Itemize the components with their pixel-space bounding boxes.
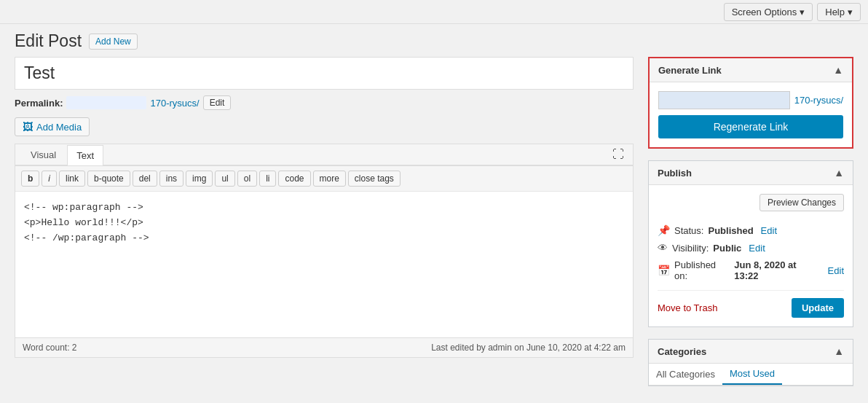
generate-link-toggle[interactable]: ▲	[833, 64, 843, 76]
categories-title: Categories	[658, 346, 706, 357]
permalink-row: Permalink: 170-rysucs/ Edit	[15, 95, 634, 110]
generate-link-panel: Generate Link ▲ 170-rysucs/ Regenerate L…	[648, 57, 853, 149]
generate-link-title: Generate Link	[658, 65, 722, 76]
ol-button[interactable]: ol	[237, 171, 257, 187]
bold-button[interactable]: b	[21, 171, 39, 187]
status-icon: 📌	[658, 224, 670, 236]
visibility-icon: 👁	[658, 242, 668, 254]
publish-meta: 📌 Status: Published Edit 👁 Visibility: P…	[658, 219, 844, 281]
editor-footer: Word count: 2 Last edited by admin on Ju…	[15, 337, 633, 357]
permalink-edit-button[interactable]: Edit	[203, 95, 232, 110]
fullscreen-button[interactable]: ⛶	[609, 145, 627, 164]
generate-link-header: Generate Link ▲	[650, 58, 852, 82]
visibility-row: 👁 Visibility: Public Edit	[658, 242, 844, 254]
tab-visual[interactable]: Visual	[21, 144, 66, 165]
word-count-label: Word count:	[23, 343, 69, 353]
published-on-value: Jun 8, 2020 at 13:22	[734, 259, 820, 281]
status-value: Published	[708, 225, 753, 236]
main-layout: Permalink: 170-rysucs/ Edit 🖼 Add Media …	[0, 57, 868, 403]
generate-link-input-row: 170-rysucs/	[658, 91, 843, 109]
status-row: 📌 Status: Published Edit	[658, 224, 844, 236]
b-quote-button[interactable]: b-quote	[87, 171, 130, 187]
published-on-label: Published on:	[674, 259, 730, 281]
publish-title: Publish	[658, 168, 692, 179]
del-button[interactable]: del	[133, 171, 157, 187]
help-button[interactable]: Help ▾	[817, 3, 861, 21]
left-column: Permalink: 170-rysucs/ Edit 🖼 Add Media …	[15, 57, 634, 398]
permalink-slug-link[interactable]: 170-rysucs/	[150, 98, 199, 109]
published-on-edit-link[interactable]: Edit	[828, 265, 844, 276]
img-button[interactable]: img	[186, 171, 213, 187]
add-new-button[interactable]: Add New	[89, 34, 138, 50]
status-edit-link[interactable]: Edit	[761, 225, 777, 236]
categories-toggle[interactable]: ▲	[834, 345, 844, 357]
editor-content-area[interactable]: <!-- wp:paragraph --> <p>Hello world!!!<…	[15, 192, 633, 337]
published-on-row: 📅 Published on: Jun 8, 2020 at 13:22 Edi…	[658, 259, 844, 281]
permalink-label: Permalink:	[15, 98, 63, 109]
screen-options-button[interactable]: Screen Options ▾	[724, 3, 813, 21]
help-chevron: ▾	[848, 7, 853, 17]
last-edited-text: Last edited by admin on June 10, 2020 at…	[431, 343, 626, 353]
top-bar: Screen Options ▾ Help ▾	[0, 0, 868, 24]
add-media-label: Add Media	[36, 122, 82, 133]
editor-area: Visual Text ⛶ b i link b-quote del ins i…	[15, 144, 634, 358]
help-label: Help	[825, 7, 845, 17]
visibility-edit-link[interactable]: Edit	[749, 243, 765, 254]
categories-tabs: All Categories Most Used	[649, 364, 853, 386]
publish-header: Publish ▲	[649, 161, 853, 185]
format-toolbar: b i link b-quote del ins img ul ol li co…	[15, 166, 633, 192]
ins-button[interactable]: ins	[159, 171, 184, 187]
preview-changes-button[interactable]: Preview Changes	[760, 194, 844, 211]
add-media-button[interactable]: 🖼 Add Media	[15, 117, 90, 136]
ul-button[interactable]: ul	[215, 171, 234, 187]
tab-most-used[interactable]: Most Used	[722, 364, 782, 385]
tab-text[interactable]: Text	[67, 145, 103, 165]
publish-panel: Publish ▲ Preview Changes 📌 Status: Publ…	[648, 160, 853, 327]
move-to-trash-link[interactable]: Move to Trash	[658, 302, 717, 313]
li-button[interactable]: li	[259, 171, 276, 187]
categories-body: All Categories Most Used	[649, 364, 853, 386]
editor-tabs: Visual Text ⛶	[15, 144, 633, 165]
more-button[interactable]: more	[313, 171, 346, 187]
word-count-area: Word count: 2	[23, 343, 77, 353]
word-count-value: 2	[72, 343, 77, 353]
screen-options-chevron: ▾	[800, 7, 805, 17]
tab-all-categories[interactable]: All Categories	[649, 364, 722, 385]
right-column: Generate Link ▲ 170-rysucs/ Regenerate L…	[648, 57, 853, 398]
italic-button[interactable]: i	[42, 171, 57, 187]
publish-toggle[interactable]: ▲	[834, 167, 844, 179]
regenerate-link-button[interactable]: Regenerate Link	[658, 115, 843, 138]
link-button[interactable]: link	[59, 171, 85, 187]
published-on-icon: 📅	[658, 265, 670, 276]
page-header: Edit Post Add New	[0, 24, 868, 57]
publish-actions: Move to Trash Update	[658, 290, 844, 318]
permalink-base	[66, 96, 146, 109]
visibility-label: Visibility:	[672, 243, 709, 254]
post-title-input[interactable]	[15, 57, 634, 90]
status-label: Status:	[674, 225, 703, 236]
preview-area: Preview Changes	[658, 194, 844, 211]
publish-body: Preview Changes 📌 Status: Published Edit…	[649, 185, 853, 326]
code-button[interactable]: code	[278, 171, 310, 187]
generate-link-body: 170-rysucs/ Regenerate Link	[650, 82, 852, 147]
fullscreen-icon: ⛶	[612, 148, 624, 160]
screen-options-label: Screen Options	[732, 7, 797, 17]
categories-panel: Categories ▲ All Categories Most Used	[648, 339, 853, 386]
update-button[interactable]: Update	[792, 298, 844, 318]
page-title: Edit Post	[15, 31, 82, 51]
add-media-icon: 🖼	[23, 121, 33, 133]
categories-header: Categories ▲	[649, 340, 853, 364]
generate-link-input-field[interactable]	[658, 91, 790, 109]
generate-link-slug-link[interactable]: 170-rysucs/	[794, 95, 843, 106]
close-tags-button[interactable]: close tags	[348, 171, 401, 187]
visibility-value: Public	[713, 243, 741, 254]
